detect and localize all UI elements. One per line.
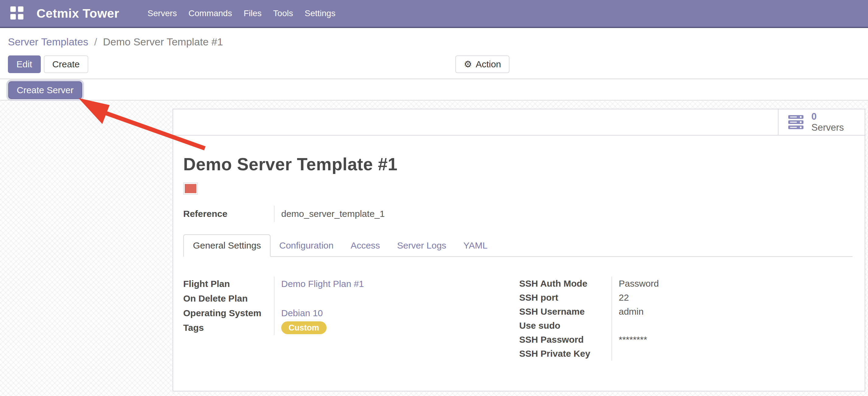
action-button-label: Action xyxy=(476,59,501,69)
breadcrumb-separator: / xyxy=(94,36,97,48)
color-swatch-fill xyxy=(185,184,196,193)
apps-grid-square xyxy=(18,6,24,12)
tab-configuration[interactable]: Configuration xyxy=(271,235,342,256)
cetmix-tower-app: Cetmix Tower Servers Commands Files Tool… xyxy=(0,0,868,396)
field-row-on-delete-plan: On Delete Plan xyxy=(183,291,519,306)
tab-yaml[interactable]: YAML xyxy=(455,235,496,256)
on-delete-plan-value xyxy=(274,291,519,306)
tab-server-logs[interactable]: Server Logs xyxy=(389,235,455,256)
field-row-operating-system: Operating System Debian 10 xyxy=(183,306,519,320)
main-menu: Servers Commands Files Tools Settings xyxy=(142,3,341,24)
brand-title[interactable]: Cetmix Tower xyxy=(36,6,119,21)
action-strip: Create Server xyxy=(0,80,868,101)
reference-label: Reference xyxy=(183,209,274,219)
breadcrumb: Server Templates / Demo Server Template … xyxy=(8,36,223,48)
tab-access[interactable]: Access xyxy=(342,235,389,256)
general-settings-panel: Flight Plan Demo Flight Plan #1 On Delet… xyxy=(183,277,852,361)
field-group-right: SSH Auth Mode Password SSH port 22 SSH U… xyxy=(519,277,852,361)
menu-item-tools[interactable]: Tools xyxy=(268,3,299,24)
operating-system-label: Operating System xyxy=(183,308,274,318)
tag-badge-custom: Custom xyxy=(281,321,327,334)
reference-value: demo_server_template_1 xyxy=(274,206,852,222)
servers-stat-button[interactable]: 0 Servers xyxy=(778,109,865,135)
use-sudo-value xyxy=(612,319,852,333)
operating-system-link[interactable]: Debian 10 xyxy=(281,308,323,318)
ssh-private-key-label: SSH Private Key xyxy=(519,348,612,359)
reference-row: Reference demo_server_template_1 xyxy=(183,206,852,222)
ssh-password-value: ******** xyxy=(612,333,852,347)
record-title: Demo Server Template #1 xyxy=(183,154,852,174)
sheet-button-box: 0 Servers xyxy=(173,109,865,136)
breadcrumb-current: Demo Server Template #1 xyxy=(103,36,223,48)
field-row-use-sudo: Use sudo xyxy=(519,319,852,333)
apps-grid-square xyxy=(10,6,16,12)
top-navbar: Cetmix Tower Servers Commands Files Tool… xyxy=(0,0,868,28)
ssh-username-label: SSH Username xyxy=(519,306,612,317)
stat-text: 0 Servers xyxy=(811,111,844,133)
field-row-ssh-port: SSH port 22 xyxy=(519,291,852,305)
ssh-port-value: 22 xyxy=(612,291,852,305)
field-row-tags: Tags Custom xyxy=(183,320,519,335)
color-swatch xyxy=(183,182,198,195)
use-sudo-label: Use sudo xyxy=(519,320,612,331)
form-sheet: 0 Servers Demo Server Template #1 Refere… xyxy=(173,109,865,391)
control-panel: Server Templates / Demo Server Template … xyxy=(0,29,868,79)
apps-grid-square xyxy=(10,14,16,20)
stat-value: 0 xyxy=(811,111,844,122)
notebook-tabs: General Settings Configuration Access Se… xyxy=(183,234,852,257)
ssh-port-label: SSH port xyxy=(519,292,612,303)
field-row-ssh-auth-mode: SSH Auth Mode Password xyxy=(519,277,852,291)
field-row-ssh-username: SSH Username admin xyxy=(519,305,852,319)
breadcrumb-parent-link[interactable]: Server Templates xyxy=(8,36,88,48)
apps-grid-square xyxy=(18,14,24,20)
control-panel-buttons: Edit Create xyxy=(8,55,88,73)
stat-label: Servers xyxy=(811,122,844,133)
edit-button[interactable]: Edit xyxy=(8,55,41,73)
ssh-password-label: SSH Password xyxy=(519,335,612,345)
field-row-ssh-password: SSH Password ******** xyxy=(519,333,852,347)
menu-item-files[interactable]: Files xyxy=(238,3,267,24)
ssh-auth-mode-value: Password xyxy=(612,277,852,291)
apps-grid-icon[interactable] xyxy=(10,6,24,21)
field-row-flight-plan: Flight Plan Demo Flight Plan #1 xyxy=(183,277,519,291)
tab-general-settings[interactable]: General Settings xyxy=(183,234,271,257)
field-group-left: Flight Plan Demo Flight Plan #1 On Delet… xyxy=(183,277,519,361)
menu-item-settings[interactable]: Settings xyxy=(299,3,341,24)
gear-icon: ⚙ xyxy=(464,60,472,69)
server-stack-icon xyxy=(788,115,805,130)
create-button[interactable]: Create xyxy=(44,55,88,73)
action-button[interactable]: ⚙ Action xyxy=(455,55,509,73)
sheet-body: Demo Server Template #1 Reference demo_s… xyxy=(173,154,865,361)
menu-item-commands[interactable]: Commands xyxy=(183,3,238,24)
ssh-username-value: admin xyxy=(612,305,852,319)
flight-plan-link[interactable]: Demo Flight Plan #1 xyxy=(281,279,364,289)
create-server-button[interactable]: Create Server xyxy=(8,81,82,99)
ssh-private-key-value xyxy=(612,347,852,361)
field-row-ssh-private-key: SSH Private Key xyxy=(519,347,852,361)
ssh-auth-mode-label: SSH Auth Mode xyxy=(519,278,612,289)
on-delete-plan-label: On Delete Plan xyxy=(183,293,274,304)
content-area: 0 Servers Demo Server Template #1 Refere… xyxy=(0,101,868,396)
flight-plan-label: Flight Plan xyxy=(183,279,274,289)
tags-label: Tags xyxy=(183,322,274,333)
menu-item-servers[interactable]: Servers xyxy=(142,3,183,24)
